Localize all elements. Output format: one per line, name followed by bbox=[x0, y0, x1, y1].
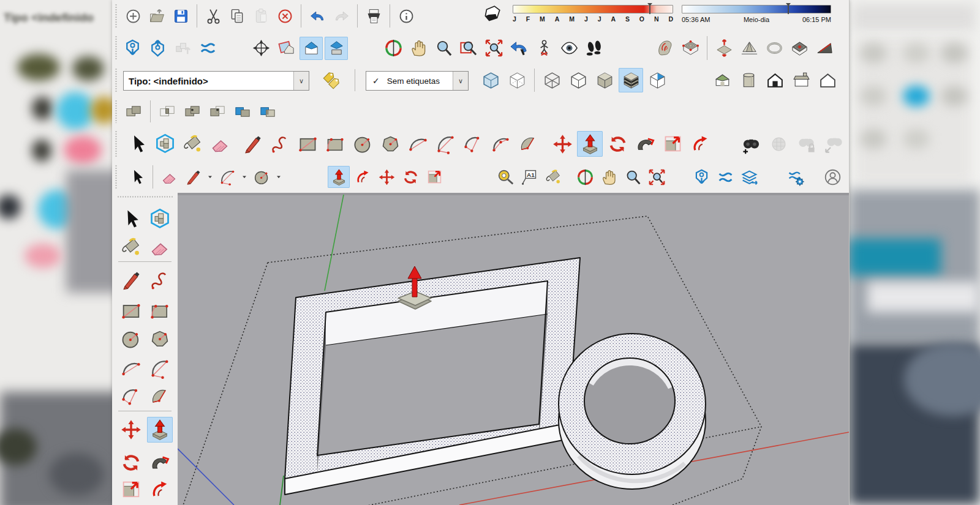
xray-style-button[interactable] bbox=[478, 68, 503, 92]
palette-move-tool[interactable] bbox=[118, 417, 144, 443]
subtract-tool[interactable] bbox=[206, 100, 229, 123]
zoom-window-tool[interactable] bbox=[457, 37, 480, 60]
paint-bucket-tool-2[interactable] bbox=[542, 166, 564, 188]
arc-tool-2[interactable] bbox=[216, 166, 238, 188]
previous-view-button[interactable] bbox=[507, 37, 530, 60]
palette-freehand-tool[interactable] bbox=[147, 267, 173, 293]
view-front-button[interactable] bbox=[763, 68, 787, 92]
move-tool[interactable] bbox=[549, 131, 575, 157]
look-around-tool[interactable] bbox=[557, 37, 581, 60]
arc-tool[interactable] bbox=[405, 131, 431, 157]
get-models-button-2[interactable] bbox=[690, 166, 712, 188]
palette-rotated-rectangle-tool[interactable] bbox=[147, 298, 173, 324]
arc-tool-dropdown[interactable] bbox=[240, 166, 249, 188]
sandbox-from-contours-tool[interactable] bbox=[654, 37, 677, 60]
copy-button[interactable] bbox=[226, 5, 248, 27]
toolbar-grip[interactable] bbox=[115, 130, 117, 157]
extension-manager-button[interactable] bbox=[785, 166, 807, 188]
orbit-tool[interactable] bbox=[382, 37, 405, 60]
axes-tool[interactable] bbox=[249, 37, 273, 60]
palette-pie-tool[interactable] bbox=[147, 384, 173, 410]
palette-follow-me-tool[interactable] bbox=[147, 450, 173, 476]
view-back-button[interactable] bbox=[789, 68, 813, 92]
split-tool[interactable] bbox=[256, 100, 279, 123]
text-tool[interactable]: A1 bbox=[518, 166, 540, 188]
toolbar-grip[interactable] bbox=[115, 100, 117, 123]
trim-tool[interactable] bbox=[231, 100, 254, 123]
open-button[interactable] bbox=[146, 5, 168, 27]
delete-button[interactable] bbox=[274, 5, 296, 27]
monochrome-style-button[interactable] bbox=[645, 68, 669, 92]
palette-polygon-tool[interactable] bbox=[147, 326, 173, 352]
follow-me-tool[interactable] bbox=[632, 131, 658, 157]
palette-rotate-tool[interactable] bbox=[118, 450, 144, 476]
paste-button[interactable] bbox=[250, 5, 272, 27]
active-tag-combo[interactable]: ✓ Sem etiquetas ∨ bbox=[366, 71, 469, 91]
redo-button[interactable] bbox=[330, 5, 352, 27]
circle-tool-dropdown[interactable] bbox=[274, 166, 283, 188]
scale-tool[interactable] bbox=[660, 131, 685, 157]
shaded-style-button[interactable] bbox=[592, 68, 617, 92]
palette-paint-bucket[interactable] bbox=[118, 234, 144, 260]
tags-button[interactable] bbox=[318, 69, 345, 91]
lock-camera-button[interactable] bbox=[793, 131, 819, 157]
account-button[interactable] bbox=[821, 166, 843, 188]
toolbar-grip[interactable] bbox=[115, 68, 117, 92]
extension-warehouse-button[interactable] bbox=[196, 37, 219, 60]
make-component-button[interactable] bbox=[152, 131, 178, 157]
select-tool-2[interactable] bbox=[126, 166, 148, 188]
view-left-button[interactable] bbox=[815, 68, 840, 92]
toolbar-grip[interactable] bbox=[115, 165, 117, 189]
union-tool[interactable] bbox=[181, 100, 204, 123]
extension-warehouse-button-2[interactable] bbox=[714, 166, 736, 188]
palette-arc-tool[interactable] bbox=[118, 356, 144, 381]
tape-measure-tool[interactable] bbox=[494, 166, 516, 188]
arc-from-center-tool[interactable] bbox=[488, 131, 513, 157]
palette-two-point-arc-tool[interactable] bbox=[147, 356, 173, 381]
drawing-canvas[interactable] bbox=[178, 193, 849, 505]
position-camera-tool[interactable] bbox=[532, 37, 556, 60]
date-slider-handle[interactable] bbox=[649, 3, 650, 14]
toolbar-grip[interactable] bbox=[117, 196, 173, 198]
shadow-time-slider[interactable]: 05:36 AM Meio-dia 06:15 PM bbox=[682, 2, 831, 29]
smoove-tool[interactable] bbox=[712, 37, 736, 60]
line-tool[interactable] bbox=[239, 131, 265, 157]
look-through-camera-button[interactable] bbox=[766, 131, 791, 157]
get-models-button[interactable] bbox=[121, 37, 144, 60]
palette-make-component[interactable] bbox=[147, 206, 173, 232]
palette-scale-tool[interactable] bbox=[118, 477, 144, 503]
chevron-down-icon[interactable]: ∨ bbox=[453, 72, 468, 90]
push-pull-tool[interactable] bbox=[577, 131, 603, 157]
display-section-cuts-toggle[interactable] bbox=[325, 37, 348, 60]
eraser-tool-2[interactable] bbox=[158, 166, 180, 188]
hidden-line-style-button[interactable] bbox=[566, 68, 590, 92]
palette-circle-tool[interactable] bbox=[118, 326, 144, 352]
sandbox-from-scratch-tool[interactable] bbox=[679, 37, 702, 60]
share-model-button[interactable] bbox=[146, 37, 169, 60]
outer-shell-tool[interactable] bbox=[122, 100, 145, 123]
cut-button[interactable] bbox=[202, 5, 224, 27]
offset-tool[interactable] bbox=[687, 131, 713, 157]
move-tool-2[interactable] bbox=[375, 166, 398, 188]
model-info-button[interactable] bbox=[395, 5, 417, 27]
toggle-shadows-button[interactable] bbox=[480, 2, 504, 27]
rotate-tool[interactable] bbox=[605, 131, 630, 157]
palette-three-point-arc-tool[interactable] bbox=[118, 384, 144, 410]
polygon-tool[interactable] bbox=[377, 131, 403, 157]
toolbar-grip[interactable] bbox=[115, 36, 117, 61]
circle-tool[interactable] bbox=[350, 131, 375, 157]
two-point-arc-tool[interactable] bbox=[432, 131, 458, 157]
scale-tool-2[interactable] bbox=[423, 166, 445, 188]
select-tool[interactable] bbox=[124, 131, 150, 157]
flip-edge-tool[interactable] bbox=[813, 37, 836, 60]
shaded-with-textures-style-button[interactable] bbox=[619, 68, 643, 92]
palette-offset-tool[interactable] bbox=[147, 477, 173, 503]
zoom-tool-2[interactable] bbox=[622, 166, 644, 188]
classifier-type-combo[interactable]: Tipo: <indefinido> ∨ bbox=[123, 71, 309, 91]
offset-tool-2[interactable] bbox=[352, 166, 374, 188]
orbit-tool-2[interactable] bbox=[574, 166, 596, 188]
wireframe-style-button[interactable] bbox=[540, 68, 564, 92]
line-tool-dropdown[interactable] bbox=[206, 166, 214, 188]
palette-select-tool[interactable] bbox=[118, 206, 144, 232]
circle-tool-2[interactable] bbox=[251, 166, 273, 188]
